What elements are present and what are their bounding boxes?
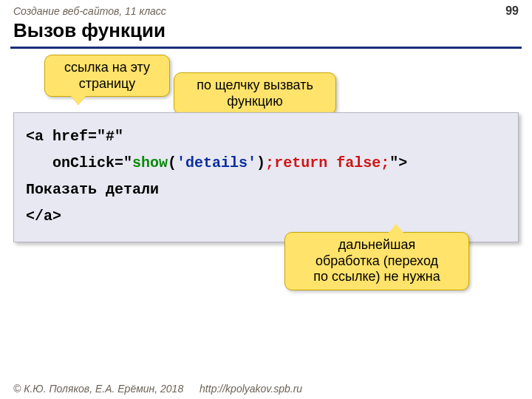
footer-url: http://kpolyakov.spb.ru xyxy=(200,383,302,395)
code-block: <a href="#" onClick="show('details');ret… xyxy=(13,112,519,242)
callout-onclick: по щелчку вызвать функцию xyxy=(174,72,336,115)
code-line-1: <a href="#" xyxy=(26,128,123,145)
tok-arg: 'details' xyxy=(177,154,256,171)
callout-return-false: дальнейшая обработка (переход по ссылке)… xyxy=(284,232,469,290)
callout-link-self: ссылка на эту страницу xyxy=(44,55,170,97)
slide-header: Создание веб-сайтов, 11 класс 99 xyxy=(0,0,532,19)
slide-title: Вызов функции xyxy=(0,19,532,47)
code-line-3: Показать детали xyxy=(26,181,159,198)
tok-show: show xyxy=(132,154,168,171)
slide-footer: © К.Ю. Поляков, Е.А. Ерёмин, 2018 http:/… xyxy=(0,383,532,395)
page-number: 99 xyxy=(505,4,519,18)
copyright: © К.Ю. Поляков, Е.А. Ерёмин, 2018 xyxy=(13,383,183,395)
code-line-4: </a> xyxy=(26,208,61,225)
code-indent: onClick=" xyxy=(26,154,132,171)
tok-return-false: return false xyxy=(274,154,381,171)
course-label: Создание веб-сайтов, 11 класс xyxy=(13,5,166,17)
slide-content: ссылка на эту страницу по щелчку вызвать… xyxy=(0,49,532,366)
